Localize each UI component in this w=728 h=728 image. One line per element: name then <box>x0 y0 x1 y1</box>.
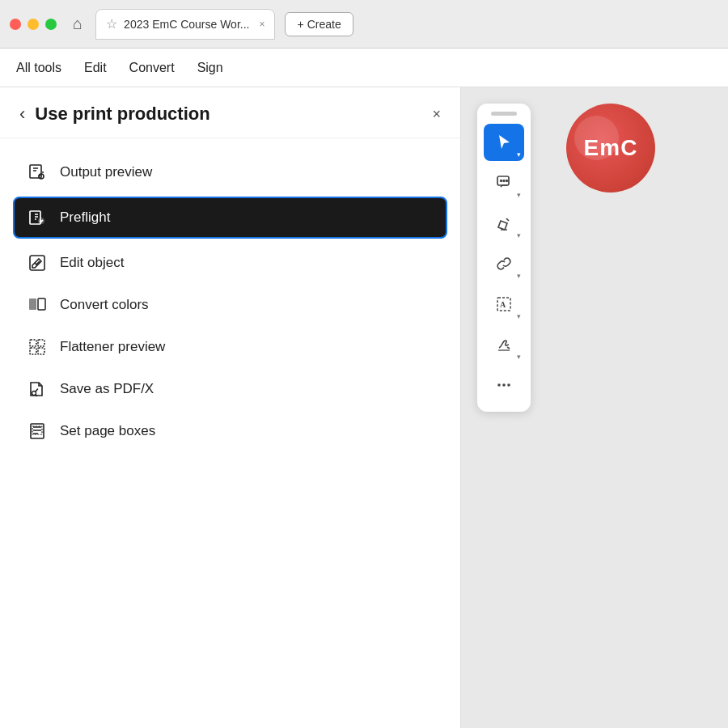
back-button[interactable]: ‹ <box>19 104 25 125</box>
preflight-label: Preflight <box>60 210 110 226</box>
bookmark-icon: ☆ <box>106 16 117 32</box>
highlight-tool-button[interactable]: ▾ <box>484 205 524 242</box>
svg-rect-5 <box>29 298 36 310</box>
svg-point-19 <box>506 180 508 182</box>
create-label: Create <box>307 18 341 31</box>
tab-area: ☆ 2023 EmC Course Wor... × + Create <box>95 9 718 40</box>
panel-item-preflight[interactable]: Preflight <box>13 197 447 239</box>
svg-rect-9 <box>30 348 36 354</box>
left-panel: ‹ Use print production × Output preview <box>0 87 461 728</box>
close-tab-button[interactable]: × <box>259 19 265 30</box>
panel-item-convert-colors[interactable]: Convert colors <box>0 284 460 326</box>
toolbar-drag-handle[interactable] <box>491 112 517 116</box>
panel-item-output-preview[interactable]: Output preview <box>0 151 460 193</box>
panel-title: Use print production <box>35 104 422 125</box>
panel-item-flattener[interactable]: Flattener preview <box>0 326 460 368</box>
text-select-tool-button[interactable]: A ▾ <box>484 286 524 323</box>
plus-icon: + <box>297 18 303 31</box>
emc-avatar: EmC <box>566 104 655 193</box>
svg-rect-6 <box>38 298 45 310</box>
svg-point-17 <box>501 180 502 182</box>
panel-items: Output preview Preflight <box>0 138 460 465</box>
menu-sign[interactable]: Sign <box>197 57 223 78</box>
comment-submenu-arrow: ▾ <box>517 191 521 199</box>
flattener-icon <box>26 337 49 357</box>
home-button[interactable]: ⌂ <box>73 15 83 33</box>
menu-bar: All tools Edit Convert Sign <box>0 49 728 87</box>
more-tools-button[interactable] <box>484 366 524 404</box>
save-pdf-icon <box>26 379 49 399</box>
menu-edit[interactable]: Edit <box>84 57 107 78</box>
title-bar: ⌂ ☆ 2023 EmC Course Wor... × + Create <box>0 0 728 49</box>
create-button[interactable]: + Create <box>285 12 353 36</box>
text-submenu-arrow: ▾ <box>517 312 521 320</box>
main-area: ‹ Use print production × Output preview <box>0 87 728 728</box>
svg-point-24 <box>507 383 510 387</box>
save-pdf-label: Save as PDF/X <box>60 381 154 397</box>
svg-point-23 <box>502 383 506 387</box>
page-boxes-icon <box>26 421 49 441</box>
sign-tool-button[interactable]: ▾ <box>484 326 524 363</box>
link-submenu-arrow: ▾ <box>517 272 521 280</box>
convert-colors-icon <box>26 295 49 315</box>
link-tool-button[interactable]: ▾ <box>484 245 524 282</box>
panel-header: ‹ Use print production × <box>0 87 460 138</box>
svg-rect-8 <box>38 340 44 346</box>
output-preview-icon <box>26 163 49 182</box>
avatar-initials: EmC <box>584 135 638 161</box>
tab-title: 2023 EmC Course Wor... <box>124 18 249 31</box>
preflight-icon <box>26 208 49 227</box>
traffic-lights <box>10 19 57 30</box>
panel-item-edit-object[interactable]: Edit object <box>0 242 460 284</box>
convert-colors-label: Convert colors <box>60 297 149 313</box>
panel-item-save-pdf-x[interactable]: Save as PDF/X <box>0 368 460 410</box>
floating-toolbar: ▾ ▾ ▾ <box>477 104 531 412</box>
highlight-submenu-arrow: ▾ <box>517 231 521 239</box>
menu-all-tools[interactable]: All tools <box>16 57 61 78</box>
edit-object-icon <box>26 253 49 273</box>
maximize-window-button[interactable] <box>45 19 57 30</box>
select-tool-button[interactable]: ▾ <box>484 124 524 161</box>
svg-line-13 <box>36 389 38 392</box>
svg-rect-7 <box>30 340 36 346</box>
output-preview-label: Output preview <box>60 164 152 180</box>
right-area: ▾ ▾ ▾ <box>461 87 728 728</box>
minimize-window-button[interactable] <box>28 19 39 30</box>
panel-close-button[interactable]: × <box>432 106 441 123</box>
comment-tool-button[interactable]: ▾ <box>484 164 524 201</box>
sign-submenu-arrow: ▾ <box>517 353 521 361</box>
svg-text:A: A <box>500 300 506 309</box>
edit-object-label: Edit object <box>60 255 124 271</box>
flattener-label: Flattener preview <box>60 339 165 355</box>
svg-point-22 <box>497 383 501 387</box>
svg-rect-10 <box>38 348 44 354</box>
panel-item-set-page-boxes[interactable]: Set page boxes <box>0 410 460 452</box>
menu-convert[interactable]: Convert <box>129 57 175 78</box>
set-page-boxes-label: Set page boxes <box>60 423 155 439</box>
close-window-button[interactable] <box>10 19 21 30</box>
svg-point-18 <box>503 180 505 182</box>
browser-tab[interactable]: ☆ 2023 EmC Course Wor... × <box>95 9 275 40</box>
select-submenu-arrow: ▾ <box>517 150 521 159</box>
